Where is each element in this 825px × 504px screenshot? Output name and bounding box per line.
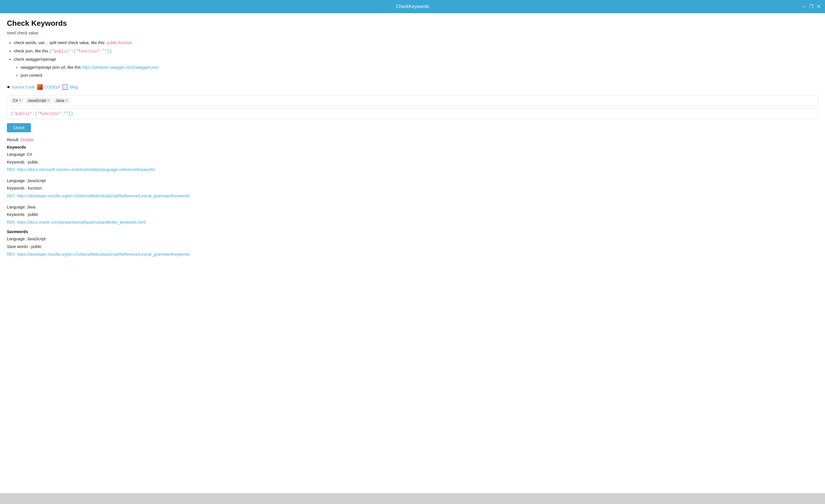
list-item-swagger: check swagger/openapi swagger/openapi js… (14, 55, 818, 79)
savewords-javascript-words: Save words : public (7, 243, 818, 251)
savewords-javascript: Language: JavaScript Save words : public… (7, 235, 818, 258)
savewords-javascript-language: Language: JavaScript (7, 235, 818, 243)
main-content: Check Keywords need check value: check w… (0, 13, 825, 273)
tag-csharp-remove[interactable]: × (19, 99, 21, 102)
tag-java-remove[interactable]: × (65, 99, 67, 102)
swagger-url-link[interactable]: https://petstore.swagger.io/v2/swagger.j… (82, 65, 159, 70)
tag-csharp[interactable]: C# × (11, 98, 23, 103)
check-input-display[interactable]: {"public":{"function":""}} (7, 108, 818, 119)
minimize-button[interactable]: ─ (803, 4, 806, 9)
codelf-icon (37, 84, 43, 90)
check-button[interactable]: Check (7, 123, 31, 132)
result-value: Disable (20, 138, 34, 142)
blog-link[interactable]: Blog (70, 85, 78, 89)
list-item-swagger-text: check swagger/openapi (14, 57, 56, 62)
keywords-javascript-words: Keywords : function (7, 184, 818, 192)
result-label: Result: (7, 138, 20, 142)
savewords-section-title: Savewords (7, 229, 818, 234)
list-item-words-text1: check words, use , split need check valu… (14, 40, 106, 45)
sub-item-json-text: json content (21, 73, 43, 78)
tag-java-label: Java (56, 98, 64, 103)
sub-item-json: json content (21, 71, 818, 79)
sub-item-url: swagger/openapi json url, like this http… (21, 63, 818, 71)
code-example-1: public,function (106, 40, 132, 45)
keywords-java: Language: Java Keywords : public REF: ht… (7, 203, 818, 226)
tag-javascript[interactable]: JavaScript × (25, 98, 52, 103)
codelf-link[interactable]: CODELF (45, 85, 61, 89)
keywords-section-title: Keywords (7, 145, 818, 150)
swagger-sub-list: swagger/openapi json url, like this http… (21, 63, 818, 79)
keywords-java-words: Keywords : public (7, 211, 818, 219)
tag-javascript-remove[interactable]: × (47, 99, 49, 102)
keywords-java-language: Language: Java (7, 203, 818, 211)
close-button[interactable]: ✕ (817, 4, 820, 9)
keywords-javascript-language: Language: JavaScript (7, 177, 818, 185)
result-section: Result: Disable (7, 138, 818, 142)
page-heading: Check Keywords (7, 19, 818, 28)
source-code-link[interactable]: Source Code (12, 85, 35, 89)
tags-row[interactable]: C# × JavaScript × Java × (7, 95, 818, 106)
keywords-javascript-ref[interactable]: REF: https://developer.mozilla.org/en-US… (7, 193, 190, 198)
app-title: CheckKeywords (396, 4, 429, 9)
list-item-words: check words, use , split need check valu… (14, 39, 818, 47)
window-controls: ─ ❐ ✕ (803, 4, 820, 9)
tag-csharp-label: C# (13, 98, 18, 103)
list-item-json: check json, like this {"public":{"functi… (14, 47, 818, 55)
tag-java[interactable]: Java × (53, 98, 70, 103)
keywords-java-ref[interactable]: REF: https://docs.oracle.com/javase/tuto… (7, 220, 146, 225)
keywords-csharp: Language: C# Keywords : public REF: http… (7, 151, 818, 174)
keywords-csharp-ref[interactable]: REF: https://docs.microsoft.com/en-us/do… (7, 167, 155, 172)
subtitle: need check value: (7, 31, 818, 35)
list-item-json-text: check json, like this {"public":{"functi… (14, 49, 112, 53)
titlebar: CheckKeywords ─ ❐ ✕ (0, 0, 825, 13)
tag-javascript-label: JavaScript (27, 98, 46, 103)
keywords-csharp-language: Language: C# (7, 151, 818, 158)
info-list: check words, use , split need check valu… (14, 39, 818, 79)
savewords-javascript-ref[interactable]: REF: https://developer.mozilla.org/en-US… (7, 252, 190, 257)
github-icon: ● (7, 84, 10, 90)
keywords-csharp-words: Keywords : public (7, 158, 818, 166)
blog-icon (62, 84, 68, 90)
keywords-javascript: Language: JavaScript Keywords : function… (7, 177, 818, 200)
links-row: ● Source Code CODELF Blog (7, 84, 818, 90)
restore-button[interactable]: ❐ (809, 4, 813, 9)
